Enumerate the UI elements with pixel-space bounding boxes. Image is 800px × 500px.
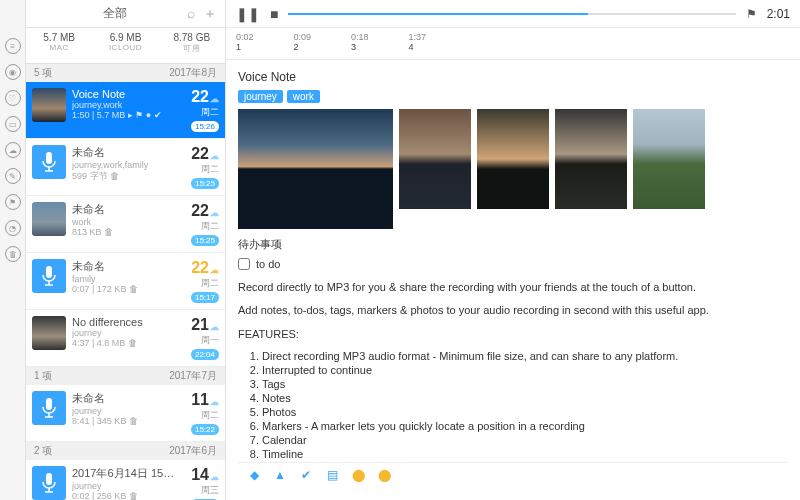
- storage-icloud-label: ICLOUD: [92, 43, 158, 52]
- storage-icloud-value: 6.9 MB: [92, 32, 158, 43]
- note-tags: journeywork: [238, 90, 788, 103]
- pause-button[interactable]: ❚❚: [236, 6, 260, 22]
- rail-trash-icon[interactable]: 🗑: [5, 246, 21, 262]
- svg-rect-0: [46, 152, 52, 164]
- marker-ruler: 0:0210:0920:1831:374: [226, 28, 800, 60]
- note-toolbar: ◆ ▲ ✔ ▤ ⬤ ⬤: [238, 462, 788, 487]
- tag[interactable]: journey: [238, 90, 283, 103]
- todo-section-label: 待办事项: [238, 237, 788, 252]
- feature-item: Timeline: [262, 448, 788, 460]
- list-item[interactable]: 未命名journey8:41 | 345 KB 🗑11☁周二15:22: [26, 385, 225, 442]
- list-item[interactable]: No differencesjourney4:37 | 4.8 MB 🗑21☁周…: [26, 310, 225, 367]
- storage-mac-label: MAC: [26, 43, 92, 52]
- storage-free-label: 可用: [159, 43, 225, 54]
- note-photo[interactable]: [477, 109, 549, 209]
- list-item[interactable]: 2017年6月14日 15:22:46journey0:02 | 256 KB …: [26, 460, 225, 500]
- note-content: Voice Note journeywork 待办事项 to do Record…: [226, 60, 800, 500]
- storage-bar: 5.7 MBMAC 6.9 MBICLOUD 8.78 GB可用: [26, 28, 225, 64]
- mic-icon: [32, 466, 66, 500]
- list-item[interactable]: 未命名journey,work,family599 字节 🗑22☁周二15:25: [26, 139, 225, 196]
- tag-icon[interactable]: ◆: [246, 467, 262, 483]
- player-time: 2:01: [767, 7, 790, 21]
- main-pane: ❚❚ ■ ⚑ 2:01 0:0210:0920:1831:374 Voice N…: [226, 0, 800, 500]
- rail-display-icon[interactable]: ▭: [5, 116, 21, 132]
- recording-list[interactable]: 5 项2017年8月Voice Notejourney,work1:50 | 5…: [26, 64, 225, 500]
- note-paragraph: Record directly to MP3 for you & share t…: [238, 280, 788, 295]
- todo-label: to do: [256, 258, 280, 270]
- rail-edit-icon[interactable]: ✎: [5, 168, 21, 184]
- photo-thumb: [32, 316, 66, 350]
- note-title: Voice Note: [238, 70, 788, 84]
- svg-rect-6: [46, 398, 52, 410]
- note-paragraph: Add notes, to-dos, tags, markers & photo…: [238, 303, 788, 318]
- list-group-header: 1 项2017年7月: [26, 367, 225, 385]
- photo-thumb: [32, 88, 66, 122]
- rail-heart-icon[interactable]: ♡: [5, 90, 21, 106]
- stop-button[interactable]: ■: [270, 6, 278, 22]
- progress-track[interactable]: [288, 13, 735, 15]
- note-photos: [238, 109, 788, 229]
- add-icon[interactable]: ＋: [203, 5, 217, 23]
- mic-icon: [32, 391, 66, 425]
- photo-thumb: [32, 202, 66, 236]
- star2-icon[interactable]: ⬤: [376, 467, 392, 483]
- storage-free-value: 8.78 GB: [159, 32, 225, 43]
- note-photo[interactable]: [555, 109, 627, 209]
- sidebar-title: 全部: [42, 5, 187, 22]
- feature-item: Markers - A marker lets you quickly loca…: [262, 420, 788, 432]
- feature-item: Interrupted to continue: [262, 364, 788, 376]
- icon-rail: ≡ ◉ ♡ ▭ ☁ ✎ ⚑ ◔ 🗑: [0, 0, 26, 500]
- rail-album-icon[interactable]: ◉: [5, 64, 21, 80]
- mic-icon: [32, 259, 66, 293]
- note-photo[interactable]: [633, 109, 705, 209]
- feature-item: Direct recording MP3 audio format - Mini…: [262, 350, 788, 362]
- rail-cloud-icon[interactable]: ☁: [5, 142, 21, 158]
- check-icon[interactable]: ✔: [298, 467, 314, 483]
- sidebar: ⌕ 全部 ⌕ ＋ 5.7 MBMAC 6.9 MBICLOUD 8.78 GB可…: [26, 0, 226, 500]
- sidebar-topbar: ⌕ 全部 ⌕ ＋: [26, 0, 225, 28]
- note-icon[interactable]: ▤: [324, 467, 340, 483]
- svg-rect-9: [46, 473, 52, 485]
- feature-item: Photos: [262, 406, 788, 418]
- note-paragraph: FEATURES:: [238, 327, 788, 342]
- star-icon[interactable]: ⬤: [350, 467, 366, 483]
- player-bar: ❚❚ ■ ⚑ 2:01: [226, 0, 800, 28]
- search-icon[interactable]: ⌕: [187, 5, 195, 23]
- list-item[interactable]: Voice Notejourney,work1:50 | 5.7 MB ▸ ⚑ …: [26, 82, 225, 139]
- feature-list: Direct recording MP3 audio format - Mini…: [262, 350, 788, 460]
- svg-rect-3: [46, 266, 52, 278]
- rail-chart-icon[interactable]: ◔: [5, 220, 21, 236]
- list-item[interactable]: 未命名work813 KB 🗑22☁周二15:25: [26, 196, 225, 253]
- tag[interactable]: work: [287, 90, 320, 103]
- list-group-header: 5 项2017年8月: [26, 64, 225, 82]
- rail-list-icon[interactable]: ≡: [5, 38, 21, 54]
- note-photo[interactable]: [238, 109, 393, 229]
- todo-checkbox[interactable]: [238, 258, 250, 270]
- feature-item: Notes: [262, 392, 788, 404]
- feature-item: Calendar: [262, 434, 788, 446]
- storage-mac-value: 5.7 MB: [26, 32, 92, 43]
- list-item[interactable]: 未命名family0:07 | 172 KB 🗑22☁周二15:17: [26, 253, 225, 310]
- list-group-header: 2 项2017年6月: [26, 442, 225, 460]
- flag-button[interactable]: ⚑: [746, 7, 757, 21]
- note-body: Record directly to MP3 for you & share t…: [238, 280, 788, 460]
- rail-flag-icon[interactable]: ⚑: [5, 194, 21, 210]
- todo-item[interactable]: to do: [238, 258, 788, 270]
- note-photo[interactable]: [399, 109, 471, 209]
- photo-icon[interactable]: ▲: [272, 467, 288, 483]
- mic-icon: [32, 145, 66, 179]
- feature-item: Tags: [262, 378, 788, 390]
